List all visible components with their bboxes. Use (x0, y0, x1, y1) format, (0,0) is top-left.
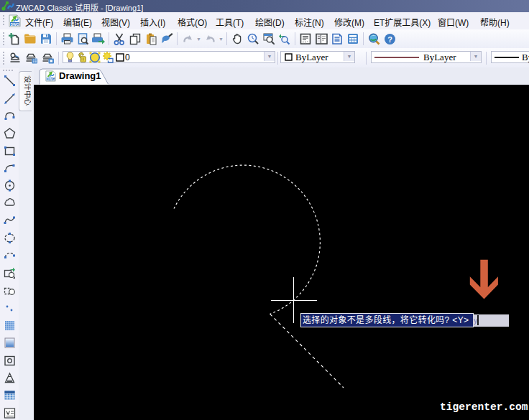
svg-text:设计中心: 设计中心 (24, 75, 31, 106)
svg-text:DWG: DWG (47, 78, 55, 81)
svg-text:DWG: DWG (10, 22, 19, 27)
svg-text:?: ? (387, 34, 392, 43)
